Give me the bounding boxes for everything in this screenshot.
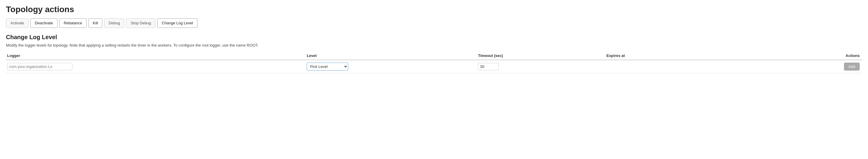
table-row: Pick LevelALLTRACEDEBUGINFOWARNERRORFATA… <box>6 60 862 73</box>
action-btn-activate[interactable]: Activate <box>6 19 29 28</box>
level-select[interactable]: Pick LevelALLTRACEDEBUGINFOWARNERRORFATA… <box>307 63 348 71</box>
action-btn-stop-debug[interactable]: Stop Debug <box>126 19 155 28</box>
page-title: Topology actions <box>6 5 862 14</box>
action-buttons: ActivateDeactivateRebalanceKillDebugStop… <box>6 19 862 28</box>
section-title: Change Log Level <box>6 34 862 41</box>
action-btn-rebalance[interactable]: Rebalance <box>59 19 87 28</box>
col-header-actions: Actions <box>776 52 862 60</box>
log-level-table: Logger Level Timeout (sec) Expires at Ac… <box>6 52 862 73</box>
action-btn-deactivate[interactable]: Deactivate <box>30 19 57 28</box>
add-button[interactable]: Add <box>844 63 860 71</box>
action-btn-kill[interactable]: Kill <box>88 19 102 28</box>
expires-cell <box>605 60 776 73</box>
col-header-logger: Logger <box>6 52 306 60</box>
col-header-expires: Expires at <box>605 52 776 60</box>
timeout-input[interactable] <box>478 63 499 70</box>
action-btn-change-log-level[interactable]: Change Log Level <box>157 19 197 28</box>
action-btn-debug[interactable]: Debug <box>104 19 124 28</box>
col-header-level: Level <box>306 52 477 60</box>
col-header-timeout: Timeout (sec) <box>477 52 605 60</box>
section-description: Modify the logger levels for topology. N… <box>6 43 862 47</box>
logger-input[interactable] <box>7 63 72 70</box>
